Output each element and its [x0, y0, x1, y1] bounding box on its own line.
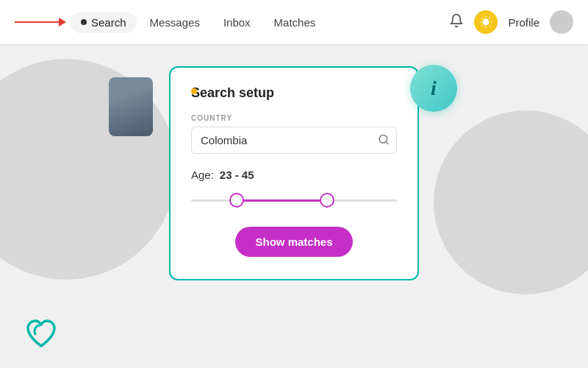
profile-image	[109, 77, 153, 136]
header: Search Messages Inbox Matches	[0, 0, 588, 44]
bell-icon[interactable]	[449, 13, 464, 32]
info-bubble[interactable]	[410, 65, 457, 112]
nav-item-matches[interactable]: Matches	[264, 12, 326, 33]
profile-label[interactable]: Profile	[508, 16, 539, 29]
nav-item-search[interactable]: Search	[71, 12, 137, 33]
slider-track	[191, 199, 397, 202]
nav-item-inbox[interactable]: Inbox	[213, 12, 261, 33]
card-title: Search setup	[191, 85, 397, 101]
svg-line-8	[490, 18, 490, 18]
slider-fill	[237, 199, 327, 202]
age-slider[interactable]	[191, 191, 397, 209]
age-row: Age: 23 - 45	[191, 169, 397, 181]
age-label: Age:	[191, 169, 214, 181]
nav-label-matches: Matches	[274, 16, 316, 29]
country-field-label: COUNTRY	[191, 114, 397, 122]
main-content: Search setup COUNTRY Age: 23 - 45 Show m…	[0, 44, 588, 368]
nav-label-messages: Messages	[150, 16, 200, 29]
logo-heart-icon	[22, 315, 60, 353]
age-range: 23 - 45	[220, 169, 254, 181]
nav-label-search: Search	[91, 16, 126, 29]
sun-icon[interactable]	[474, 10, 498, 34]
show-matches-button[interactable]: Show matches	[235, 227, 353, 257]
svg-line-3	[482, 18, 483, 18]
notification-dot	[191, 88, 197, 94]
svg-line-10	[386, 141, 388, 144]
country-input[interactable]	[191, 127, 397, 154]
slider-thumb-min[interactable]	[229, 193, 244, 208]
avatar[interactable]	[550, 10, 573, 34]
nav-label-inbox: Inbox	[223, 16, 251, 29]
nav-links: Search Messages Inbox Matches	[71, 12, 449, 33]
nav-dot-search	[81, 19, 87, 25]
svg-line-7	[482, 26, 483, 26]
slider-thumb-max[interactable]	[320, 193, 334, 208]
header-right: Profile	[449, 10, 573, 34]
arrow-head	[59, 18, 66, 26]
country-input-wrap	[191, 127, 397, 154]
svg-line-4	[490, 26, 490, 26]
svg-point-0	[484, 19, 490, 25]
arrow-indicator	[15, 18, 66, 26]
nav-item-messages[interactable]: Messages	[140, 12, 210, 33]
logo	[22, 315, 60, 353]
country-search-icon[interactable]	[378, 133, 390, 147]
arrow-line	[15, 21, 59, 23]
search-card: Search setup COUNTRY Age: 23 - 45 Show m…	[169, 66, 419, 280]
